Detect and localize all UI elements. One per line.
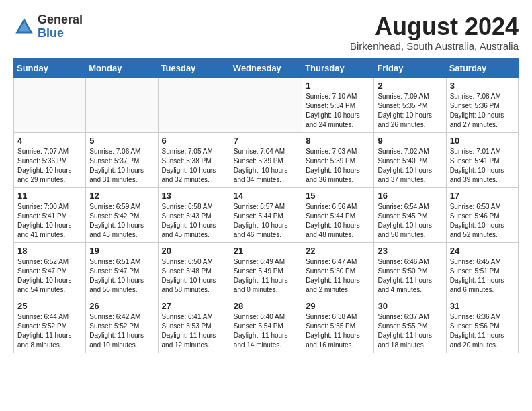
day-cell: 10Sunrise: 7:01 AM Sunset: 5:41 PM Dayli… (446, 132, 518, 187)
day-cell: 16Sunrise: 6:54 AM Sunset: 5:45 PM Dayli… (374, 187, 446, 242)
week-row-4: 18Sunrise: 6:52 AM Sunset: 5:47 PM Dayli… (14, 242, 519, 298)
day-cell: 11Sunrise: 7:00 AM Sunset: 5:41 PM Dayli… (14, 187, 86, 242)
day-cell (14, 77, 86, 132)
day-number: 28 (234, 301, 298, 311)
day-info: Sunrise: 7:09 AM Sunset: 5:35 PM Dayligh… (378, 92, 442, 130)
weekday-header-wednesday: Wednesday (230, 58, 302, 77)
month-year: August 2024 (350, 13, 519, 40)
day-info: Sunrise: 6:58 AM Sunset: 5:43 PM Dayligh… (162, 202, 226, 240)
day-number: 16 (378, 191, 442, 201)
day-number: 22 (306, 246, 370, 256)
day-cell: 9Sunrise: 7:02 AM Sunset: 5:40 PM Daylig… (374, 132, 446, 187)
day-info: Sunrise: 7:08 AM Sunset: 5:36 PM Dayligh… (450, 92, 515, 130)
day-number: 20 (162, 246, 226, 256)
day-info: Sunrise: 7:05 AM Sunset: 5:38 PM Dayligh… (162, 147, 226, 185)
day-number: 12 (89, 191, 154, 201)
week-row-1: 1Sunrise: 7:10 AM Sunset: 5:34 PM Daylig… (14, 77, 519, 132)
logo: General Blue (13, 13, 83, 40)
day-info: Sunrise: 6:59 AM Sunset: 5:42 PM Dayligh… (89, 202, 154, 240)
day-info: Sunrise: 7:00 AM Sunset: 5:41 PM Dayligh… (17, 202, 82, 240)
location: Birkenhead, South Australia, Australia (350, 40, 519, 52)
day-number: 18 (17, 246, 82, 256)
logo-blue: Blue (38, 27, 83, 40)
day-number: 8 (306, 136, 370, 146)
day-cell: 21Sunrise: 6:49 AM Sunset: 5:49 PM Dayli… (230, 242, 302, 298)
day-number: 7 (234, 136, 298, 146)
weekday-header-saturday: Saturday (446, 58, 518, 77)
day-cell: 14Sunrise: 6:57 AM Sunset: 5:44 PM Dayli… (230, 187, 302, 242)
day-cell: 5Sunrise: 7:06 AM Sunset: 5:37 PM Daylig… (86, 132, 158, 187)
day-cell: 20Sunrise: 6:50 AM Sunset: 5:48 PM Dayli… (158, 242, 230, 298)
day-number: 19 (89, 246, 154, 256)
weekday-header-monday: Monday (86, 58, 158, 77)
day-cell: 22Sunrise: 6:47 AM Sunset: 5:50 PM Dayli… (302, 242, 374, 298)
weekday-header-thursday: Thursday (302, 58, 374, 77)
day-number: 4 (17, 136, 82, 146)
day-cell: 2Sunrise: 7:09 AM Sunset: 5:35 PM Daylig… (374, 77, 446, 132)
weekday-header-tuesday: Tuesday (158, 58, 230, 77)
day-number: 26 (89, 301, 154, 311)
day-cell: 27Sunrise: 6:41 AM Sunset: 5:53 PM Dayli… (158, 298, 230, 353)
day-cell: 17Sunrise: 6:53 AM Sunset: 5:46 PM Dayli… (446, 187, 518, 242)
day-number: 31 (450, 301, 515, 311)
weekday-header-row: SundayMondayTuesdayWednesdayThursdayFrid… (14, 58, 519, 77)
day-info: Sunrise: 7:04 AM Sunset: 5:39 PM Dayligh… (234, 147, 298, 185)
day-info: Sunrise: 6:54 AM Sunset: 5:45 PM Dayligh… (378, 202, 442, 240)
day-cell: 13Sunrise: 6:58 AM Sunset: 5:43 PM Dayli… (158, 187, 230, 242)
day-cell: 18Sunrise: 6:52 AM Sunset: 5:47 PM Dayli… (14, 242, 86, 298)
day-number: 1 (306, 81, 370, 91)
day-number: 9 (378, 136, 442, 146)
day-info: Sunrise: 7:07 AM Sunset: 5:36 PM Dayligh… (17, 147, 82, 185)
week-row-2: 4Sunrise: 7:07 AM Sunset: 5:36 PM Daylig… (14, 132, 519, 187)
day-info: Sunrise: 6:50 AM Sunset: 5:48 PM Dayligh… (162, 257, 226, 295)
day-number: 21 (234, 246, 298, 256)
day-cell: 28Sunrise: 6:40 AM Sunset: 5:54 PM Dayli… (230, 298, 302, 353)
day-cell: 1Sunrise: 7:10 AM Sunset: 5:34 PM Daylig… (302, 77, 374, 132)
day-info: Sunrise: 6:40 AM Sunset: 5:54 PM Dayligh… (234, 312, 298, 350)
day-info: Sunrise: 6:42 AM Sunset: 5:52 PM Dayligh… (89, 312, 154, 350)
logo-icon (13, 16, 35, 38)
day-info: Sunrise: 7:01 AM Sunset: 5:41 PM Dayligh… (450, 147, 515, 185)
day-cell: 8Sunrise: 7:03 AM Sunset: 5:39 PM Daylig… (302, 132, 374, 187)
day-info: Sunrise: 7:06 AM Sunset: 5:37 PM Dayligh… (89, 147, 154, 185)
day-number: 30 (378, 301, 442, 311)
weekday-header-sunday: Sunday (14, 58, 86, 77)
day-number: 25 (17, 301, 82, 311)
day-info: Sunrise: 6:49 AM Sunset: 5:49 PM Dayligh… (234, 257, 298, 295)
day-cell: 3Sunrise: 7:08 AM Sunset: 5:36 PM Daylig… (446, 77, 518, 132)
logo-general: General (38, 13, 83, 27)
day-info: Sunrise: 6:57 AM Sunset: 5:44 PM Dayligh… (234, 202, 298, 240)
day-number: 13 (162, 191, 226, 201)
day-number: 14 (234, 191, 298, 201)
day-cell: 30Sunrise: 6:37 AM Sunset: 5:55 PM Dayli… (374, 298, 446, 353)
day-info: Sunrise: 6:44 AM Sunset: 5:52 PM Dayligh… (17, 312, 82, 350)
day-info: Sunrise: 6:45 AM Sunset: 5:51 PM Dayligh… (450, 257, 515, 295)
week-row-3: 11Sunrise: 7:00 AM Sunset: 5:41 PM Dayli… (14, 187, 519, 242)
day-number: 10 (450, 136, 515, 146)
day-info: Sunrise: 6:41 AM Sunset: 5:53 PM Dayligh… (162, 312, 226, 350)
day-info: Sunrise: 6:37 AM Sunset: 5:55 PM Dayligh… (378, 312, 442, 350)
day-number: 6 (162, 136, 226, 146)
week-row-5: 25Sunrise: 6:44 AM Sunset: 5:52 PM Dayli… (14, 298, 519, 353)
day-cell: 24Sunrise: 6:45 AM Sunset: 5:51 PM Dayli… (446, 242, 518, 298)
day-info: Sunrise: 6:51 AM Sunset: 5:47 PM Dayligh… (89, 257, 154, 295)
day-number: 3 (450, 81, 515, 91)
day-number: 24 (450, 246, 515, 256)
day-info: Sunrise: 6:46 AM Sunset: 5:50 PM Dayligh… (378, 257, 442, 295)
day-cell: 26Sunrise: 6:42 AM Sunset: 5:52 PM Dayli… (86, 298, 158, 353)
day-info: Sunrise: 6:47 AM Sunset: 5:50 PM Dayligh… (306, 257, 370, 295)
day-info: Sunrise: 7:10 AM Sunset: 5:34 PM Dayligh… (306, 92, 370, 130)
day-cell: 15Sunrise: 6:56 AM Sunset: 5:44 PM Dayli… (302, 187, 374, 242)
day-cell: 7Sunrise: 7:04 AM Sunset: 5:39 PM Daylig… (230, 132, 302, 187)
day-cell: 4Sunrise: 7:07 AM Sunset: 5:36 PM Daylig… (14, 132, 86, 187)
day-cell: 31Sunrise: 6:36 AM Sunset: 5:56 PM Dayli… (446, 298, 518, 353)
day-info: Sunrise: 6:36 AM Sunset: 5:56 PM Dayligh… (450, 312, 515, 350)
day-cell: 6Sunrise: 7:05 AM Sunset: 5:38 PM Daylig… (158, 132, 230, 187)
day-number: 23 (378, 246, 442, 256)
day-cell: 19Sunrise: 6:51 AM Sunset: 5:47 PM Dayli… (86, 242, 158, 298)
day-number: 15 (306, 191, 370, 201)
day-cell (158, 77, 230, 132)
day-info: Sunrise: 6:52 AM Sunset: 5:47 PM Dayligh… (17, 257, 82, 295)
day-number: 27 (162, 301, 226, 311)
day-info: Sunrise: 7:03 AM Sunset: 5:39 PM Dayligh… (306, 147, 370, 185)
